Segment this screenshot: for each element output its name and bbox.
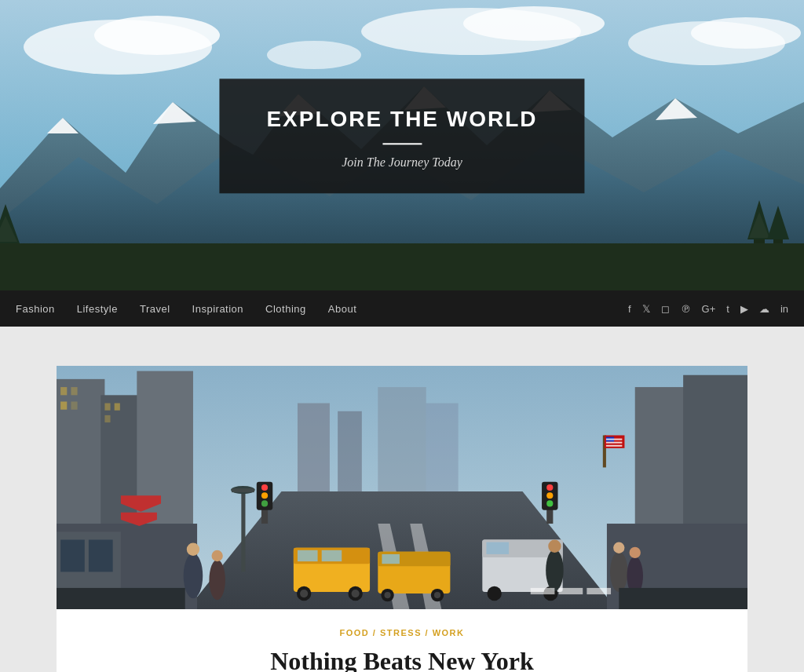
svg-point-65 — [487, 586, 501, 601]
nav-link-lifestyle[interactable]: Lifestyle — [77, 303, 118, 315]
nav-item-travel[interactable]: Travel — [140, 301, 170, 316]
svg-rect-102 — [60, 540, 85, 572]
nav-link-fashion[interactable]: Fashion — [16, 303, 55, 315]
twitter-icon[interactable]: 𝕏 — [642, 303, 650, 315]
svg-rect-64 — [486, 542, 509, 554]
svg-rect-105 — [619, 588, 747, 609]
nav-item-about[interactable]: About — [328, 301, 356, 316]
svg-rect-31 — [60, 402, 67, 410]
svg-point-77 — [184, 553, 203, 598]
svg-rect-57 — [382, 554, 400, 564]
svg-point-86 — [630, 547, 641, 558]
svg-point-83 — [610, 552, 628, 592]
svg-rect-100 — [232, 488, 254, 492]
nav-links: Fashion Lifestyle Travel Inspiration Clo… — [16, 301, 356, 316]
hero-divider — [382, 143, 422, 144]
svg-point-78 — [187, 543, 199, 556]
nav-link-clothing[interactable]: Clothing — [265, 303, 306, 315]
hero-title-box: EXPLORE THE WORLD Join The Journey Today — [219, 79, 584, 193]
svg-point-69 — [261, 484, 268, 491]
svg-point-54 — [352, 590, 360, 597]
featured-image — [57, 366, 747, 609]
nyc-street-image — [57, 366, 747, 609]
post-title: Nothing Beats New York — [88, 647, 716, 672]
svg-point-74 — [546, 484, 553, 491]
svg-point-81 — [546, 550, 564, 591]
nav-item-clothing[interactable]: Clothing — [265, 301, 306, 316]
youtube-icon[interactable]: ▶ — [740, 303, 748, 315]
nav-link-about[interactable]: About — [328, 303, 356, 315]
svg-rect-88 — [559, 588, 583, 594]
svg-rect-30 — [71, 387, 77, 395]
svg-point-52 — [300, 590, 308, 597]
nav-link-inspiration[interactable]: Inspiration — [192, 303, 243, 315]
svg-point-4 — [463, 6, 605, 41]
svg-point-80 — [211, 550, 222, 561]
svg-point-6 — [691, 17, 801, 49]
main-nav: Fashion Lifestyle Travel Inspiration Clo… — [0, 290, 804, 327]
svg-rect-32 — [71, 402, 77, 410]
nav-item-lifestyle[interactable]: Lifestyle — [77, 301, 118, 316]
svg-point-61 — [434, 592, 440, 598]
svg-point-84 — [613, 542, 624, 553]
svg-rect-49 — [298, 550, 318, 561]
svg-point-70 — [261, 492, 268, 499]
svg-rect-98 — [241, 491, 245, 572]
pinterest-icon[interactable]: ℗ — [681, 303, 691, 315]
facebook-icon[interactable]: f — [628, 303, 631, 315]
main-content: FOOD / STRESS / WORK Nothing Beats New Y… — [57, 366, 747, 672]
svg-rect-29 — [60, 387, 67, 395]
svg-rect-24 — [0, 243, 804, 290]
hero-subtitle: Join The Journey Today — [266, 155, 537, 170]
post-categories: FOOD / STRESS / WORK — [88, 628, 716, 637]
svg-rect-50 — [322, 550, 342, 561]
post-meta-area: FOOD / STRESS / WORK Nothing Beats New Y… — [57, 609, 747, 672]
svg-point-59 — [384, 592, 390, 598]
nav-item-inspiration[interactable]: Inspiration — [192, 301, 243, 316]
svg-rect-34 — [115, 404, 120, 411]
svg-rect-93 — [606, 439, 622, 440]
svg-rect-89 — [587, 588, 611, 594]
svg-point-76 — [546, 500, 553, 506]
svg-rect-103 — [89, 540, 113, 572]
svg-rect-87 — [531, 588, 555, 594]
instagram-icon[interactable]: ◻ — [661, 303, 670, 315]
svg-rect-104 — [57, 588, 185, 609]
svg-point-75 — [546, 492, 553, 499]
svg-point-7 — [267, 41, 361, 69]
nav-item-fashion[interactable]: Fashion — [16, 301, 55, 316]
svg-point-79 — [209, 560, 225, 600]
tumblr-icon[interactable]: t — [726, 303, 729, 315]
soundcloud-icon[interactable]: ☁ — [759, 303, 769, 315]
nav-link-travel[interactable]: Travel — [140, 303, 170, 315]
hero-title: EXPLORE THE WORLD — [266, 107, 537, 132]
svg-rect-35 — [104, 415, 110, 422]
linkedin-icon[interactable]: in — [780, 303, 788, 315]
svg-rect-95 — [606, 445, 622, 447]
svg-point-71 — [261, 500, 268, 506]
svg-rect-33 — [104, 404, 110, 411]
svg-rect-94 — [606, 442, 622, 444]
hero-section: EXPLORE THE WORLD Join The Journey Today — [0, 0, 804, 290]
googleplus-icon[interactable]: G+ — [702, 303, 716, 315]
svg-point-2 — [94, 16, 220, 55]
social-icons: f 𝕏 ◻ ℗ G+ t ▶ ☁ in — [628, 303, 788, 315]
svg-point-82 — [548, 540, 561, 553]
